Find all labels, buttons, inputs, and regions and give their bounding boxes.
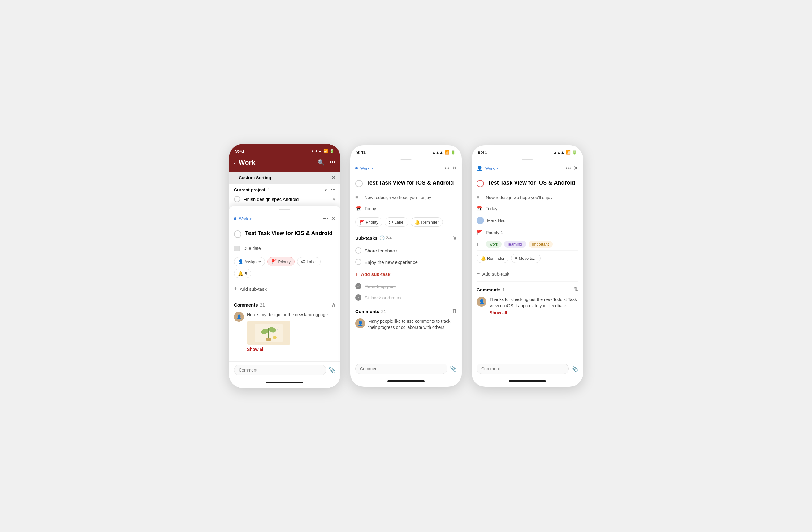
back-button[interactable]: ‹ bbox=[234, 159, 236, 166]
subtask-item-4[interactable]: ✓ Sit back and relax bbox=[355, 292, 457, 304]
due-date-row[interactable]: ⬜ Due date bbox=[234, 243, 335, 254]
home-indicator-2 bbox=[388, 380, 424, 382]
subtask-item-2[interactable]: Enjoy the new experience bbox=[355, 256, 457, 268]
comment-item-2: 👤 Many people like to use comments to tr… bbox=[355, 318, 457, 331]
tag-icon-3: 🏷 bbox=[477, 241, 483, 247]
task-circle bbox=[234, 196, 240, 202]
sheet-close-icon-2[interactable]: ✕ bbox=[452, 165, 457, 171]
subtasks-toggle-icon[interactable]: ∨ bbox=[453, 234, 457, 241]
add-subtask-row-1[interactable]: + Add sub-task bbox=[234, 281, 335, 297]
avatar-2: 👤 bbox=[355, 318, 365, 328]
label-chip-2[interactable]: 🏷 Label bbox=[385, 218, 408, 227]
comments-header-3: Comments 1 ⇅ bbox=[477, 286, 578, 293]
subtask-item-1[interactable]: Share feedback bbox=[355, 245, 457, 256]
reminder-chip-label: R bbox=[245, 271, 247, 276]
attach-icon-3[interactable]: 📎 bbox=[571, 365, 578, 372]
date-row-3[interactable]: 📅 Today bbox=[477, 203, 578, 214]
task-main-circle-3[interactable] bbox=[477, 180, 484, 187]
subtask-text-4: Sit back and relax bbox=[364, 295, 401, 300]
attach-icon-1[interactable]: 📎 bbox=[329, 367, 335, 374]
home-indicator-3 bbox=[509, 380, 546, 382]
sorting-label: Custom Sorting bbox=[238, 175, 329, 180]
priority-chip-2[interactable]: 🚩 Priority bbox=[355, 218, 382, 227]
calendar-icon-3: 📅 bbox=[477, 206, 483, 211]
battery-icon-2: 🔋 bbox=[451, 150, 455, 155]
tags-row-3: 🏷 work learning important bbox=[477, 238, 578, 251]
sheet-content-2: Test Task View for iOS & Android ≡ New r… bbox=[350, 174, 462, 360]
tag-learning-chip[interactable]: learning bbox=[504, 241, 526, 248]
wifi-icon-2: 📶 bbox=[445, 150, 449, 155]
task-main-circle[interactable] bbox=[234, 230, 241, 238]
svg-text:✓: ✓ bbox=[276, 328, 278, 331]
sheet-header-1: Work > ••• ✕ bbox=[229, 213, 340, 225]
move-to-chip[interactable]: ≡ Move to... bbox=[511, 254, 540, 263]
subtasks-count: 🕐 2/4 bbox=[379, 235, 392, 240]
priority-row-3[interactable]: 🚩 Priority 1 bbox=[477, 227, 578, 238]
reminder-chip-2[interactable]: 🔔 Reminder bbox=[411, 218, 443, 227]
project-header[interactable]: Current project 1 ∨ ••• bbox=[234, 187, 335, 192]
comment-input-2[interactable] bbox=[355, 364, 448, 374]
reminder-icon-3: 🔔 bbox=[481, 256, 486, 261]
comments-toggle-icon-2[interactable]: ⇅ bbox=[452, 308, 457, 314]
subtasks-header: Sub-tasks 🕐 2/4 ∨ bbox=[355, 234, 457, 241]
bottom-sheet-1: Work > ••• ✕ Test Task View for iOS & An… bbox=[229, 206, 340, 388]
sheet-more-icon-2[interactable]: ••• bbox=[444, 165, 450, 171]
task-row-1[interactable]: Finish design spec Android ∨ bbox=[234, 192, 335, 202]
tag-important-chip[interactable]: important bbox=[528, 241, 553, 248]
battery-icon-3: 🔋 bbox=[572, 150, 577, 155]
project-more-icon[interactable]: ••• bbox=[331, 187, 335, 192]
sheet-task-title-1: Test Task View for iOS & Android bbox=[245, 230, 332, 237]
add-subtask-row-3[interactable]: + Add sub-task bbox=[477, 266, 578, 282]
header-1: ‹ Work 🔍 ••• bbox=[229, 156, 340, 171]
subtask-text-1: Share feedback bbox=[364, 248, 397, 253]
comments-toggle-icon-3[interactable]: ⇅ bbox=[574, 286, 578, 293]
tags-container: work learning important bbox=[486, 241, 554, 248]
assignee-chip[interactable]: 👤 Assignee bbox=[234, 257, 265, 266]
description-icon-3: ≡ bbox=[477, 195, 483, 200]
show-all-link-3[interactable]: Show all bbox=[490, 310, 578, 316]
sheet-task-title-2: Test Task View for iOS & Android bbox=[366, 179, 454, 186]
sheet-close-icon-3[interactable]: ✕ bbox=[574, 165, 578, 171]
tag-work-chip[interactable]: work bbox=[486, 241, 502, 248]
add-subtask-red[interactable]: + Add sub-task bbox=[355, 268, 457, 281]
search-icon[interactable]: 🔍 bbox=[318, 159, 324, 166]
comments-count-3: 1 bbox=[503, 287, 505, 292]
svg-rect-5 bbox=[266, 338, 271, 341]
priority-chip[interactable]: 🚩 Priority bbox=[267, 257, 294, 266]
subtask-item-3[interactable]: ✓ Read blog post bbox=[355, 281, 457, 292]
sheet-more-icon-3[interactable]: ••• bbox=[566, 165, 571, 171]
breadcrumb-2[interactable]: Work > bbox=[360, 166, 442, 171]
reminder-chip-label-2: Reminder bbox=[421, 220, 438, 224]
breadcrumb-3[interactable]: Work > bbox=[485, 166, 563, 171]
reminder-chip-3[interactable]: 🔔 Reminder bbox=[477, 254, 508, 263]
date-row-2[interactable]: 📅 Today bbox=[355, 203, 457, 214]
assignee-row-3[interactable]: Mark Hsu bbox=[477, 214, 578, 227]
plus-icon: + bbox=[234, 286, 237, 292]
comment-input-1[interactable] bbox=[234, 365, 326, 375]
task-expand-icon[interactable]: ∨ bbox=[332, 197, 335, 201]
more-icon[interactable]: ••• bbox=[330, 159, 335, 166]
breadcrumb-1[interactable]: Work > bbox=[239, 216, 321, 221]
home-indicator-1 bbox=[266, 381, 303, 383]
task-main-circle-2[interactable] bbox=[355, 180, 363, 187]
status-bar-2: 9:41 ▲▲▲ 📶 🔋 bbox=[350, 145, 462, 157]
show-all-link-1[interactable]: Show all bbox=[247, 347, 335, 353]
subtask-text-3: Read blog post bbox=[364, 284, 396, 289]
calendar-icon: ⬜ bbox=[234, 245, 240, 251]
priority-chip-label-2: Priority bbox=[366, 220, 378, 224]
assignee-label-3: Mark Hsu bbox=[487, 218, 506, 223]
sheet-more-icon[interactable]: ••• bbox=[323, 216, 328, 221]
status-icons-2: ▲▲▲ 📶 🔋 bbox=[432, 150, 455, 155]
sheet-close-icon[interactable]: ✕ bbox=[331, 215, 335, 222]
reminder-chip[interactable]: 🔔 R bbox=[234, 269, 251, 278]
project-section: Current project 1 ∨ ••• Finish design sp… bbox=[229, 184, 340, 206]
label-chip[interactable]: 🏷 Label bbox=[297, 257, 321, 266]
sort-close-button[interactable]: ✕ bbox=[331, 174, 335, 181]
comment-input-3[interactable] bbox=[477, 364, 569, 374]
wifi-icon: 📶 bbox=[323, 149, 328, 153]
attach-icon-2[interactable]: 📎 bbox=[450, 365, 457, 372]
comments-toggle-icon[interactable]: ∧ bbox=[331, 301, 335, 308]
comment-body-1: Here's my design for the new landingpage… bbox=[247, 312, 335, 352]
comments-section-2: Comments 21 ⇅ 👤 Many people like to use … bbox=[355, 304, 457, 331]
comment-image: ✓ ✓ bbox=[247, 321, 290, 345]
